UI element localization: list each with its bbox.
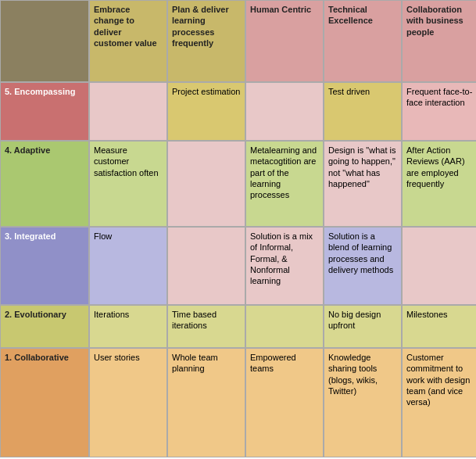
r1c1: User stories: [89, 348, 167, 457]
r3c2: [167, 227, 245, 305]
header-col2: Plan & deliver learning processes freque…: [167, 0, 245, 82]
header-col4: Technical Excellence: [324, 0, 402, 82]
r2c4: No big design upfront: [324, 305, 402, 348]
r1c2: Whole team planning: [167, 348, 245, 457]
r3c5: [402, 227, 476, 305]
r1c5: Customer commitment to work with design …: [402, 348, 476, 457]
row4-label: 4. Adaptive: [0, 141, 89, 227]
r5c5: Frequent face-to-face interaction: [402, 82, 476, 141]
r4c5: After Action Reviews (AAR) are employed …: [402, 141, 476, 227]
r4c2: [167, 141, 245, 227]
r3c3: Solution is a mix of Informal, Formal, &…: [245, 227, 324, 305]
r4c4: Design is "what is going to happen," not…: [324, 141, 402, 227]
r1c4: Knowledge sharing tools (blogs, wikis, T…: [324, 348, 402, 457]
r5c3: [245, 82, 324, 141]
r5c1: [89, 82, 167, 141]
r2c2: Time based iterations: [167, 305, 245, 348]
r1c3: Empowered teams: [245, 348, 324, 457]
header-col5: Collaboration with business people: [402, 0, 476, 82]
row5-label: 5. Encompassing: [0, 82, 89, 141]
r3c1: Flow: [89, 227, 167, 305]
r3c4: Solution is a blend of learning processe…: [324, 227, 402, 305]
header-row-label: [0, 0, 89, 82]
row2-label: 2. Evolutionary: [0, 305, 89, 348]
r4c3: Metalearning and metacogtition are part …: [245, 141, 324, 227]
main-grid: Embrace change to deliver customer value…: [0, 0, 476, 459]
r2c5: Milestones: [402, 305, 476, 348]
r2c3: [245, 305, 324, 348]
header-col1: Embrace change to deliver customer value: [89, 0, 167, 82]
header-col3: Human Centric: [245, 0, 324, 82]
row1-label: 1. Collaborative: [0, 348, 89, 457]
r5c2: Project estimation: [167, 82, 245, 141]
r5c4: Test driven: [324, 82, 402, 141]
row3-label: 3. Integrated: [0, 227, 89, 305]
r2c1: Iterations: [89, 305, 167, 348]
r4c1: Measure customer satisfaction often: [89, 141, 167, 227]
